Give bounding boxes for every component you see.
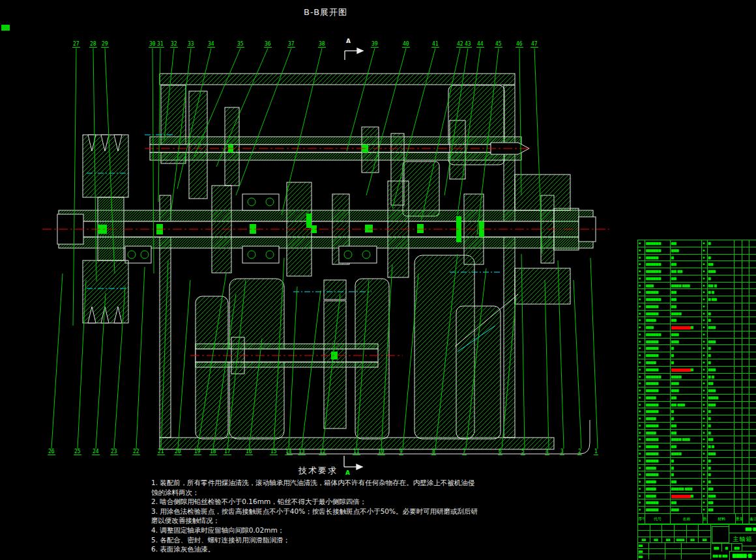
tech-requirement-line: 磨以便改善接触情况； — [151, 516, 485, 525]
bom-row: ▪▆▆▆▆▆▆▪▆ — [638, 352, 756, 359]
bom-header-cell: 代号 — [645, 514, 671, 524]
callout-3: 3 — [560, 449, 564, 455]
bom-row: ▪▆▆▆▆▆▆▆▆▪▆ — [638, 240, 756, 247]
tech-requirement-line: 6. 表面涂灰色油漆。 — [151, 544, 485, 554]
bom-row: ▪▆▆▆▆▆▆▪▆ — [638, 345, 756, 352]
tech-requirement-line: 1. 装配前，所有零件用煤油清洗，滚动轴承用汽油清洗，箱体内不许有任何杂物存在。… — [151, 478, 485, 488]
technical-requirements: 技术要求 1. 装配前，所有零件用煤油清洗，滚动轴承用汽油清洗，箱体内不许有任何… — [151, 465, 485, 554]
stage-mark-cell: ▆▆-▆ — [729, 525, 756, 533]
callout-37: 37 — [287, 41, 295, 48]
bom-row: ▪▆▆▆▆▆▆▆▆▪▆▆ — [638, 380, 756, 387]
bom-row: ▪▆▆▆▆▆▆▪▆ — [638, 458, 756, 465]
bom-header-row: 序号代号名称数量材料重量备注 — [638, 514, 756, 524]
callout-11: 11 — [353, 449, 360, 455]
bom-row: ▪▆▆▆▆▆▆▪▆ — [638, 430, 756, 437]
bom-row: ▪▆▆▆▆▆▆▆▆ ▆▆▪▆▆▆ — [638, 268, 756, 275]
bom-row: ▪▆▆▆▆▆▪▆ — [638, 415, 756, 423]
section-label-a-top: A — [346, 38, 351, 44]
bom-row: ▪▆▆▆▆▆▆▆▆▆▪▆▆▆ — [638, 451, 756, 458]
bom-row: ▪▆▆▆▆▆▆▆▆▪▆▆ — [638, 507, 756, 514]
bom-header-cell — [743, 514, 750, 524]
highlight-red-bar — [671, 495, 691, 498]
callout-32: 32 — [170, 41, 178, 48]
bom-row: ▪▆▆▆▆▆▆▆▪▆ ▆ — [638, 289, 756, 296]
tech-requirement-line: 蚀的涂料两次； — [151, 488, 485, 497]
callout-36: 36 — [264, 41, 272, 48]
callout-30: 30 — [149, 41, 156, 48]
bom-row: ▪▆▆▆▆▆▪▆ — [638, 359, 756, 367]
bom-row: ▪▆▆▆▆▆▆▆▆▪▆ ▆▆ — [638, 296, 756, 303]
callout-10: 10 — [377, 449, 385, 455]
bom-row: ▪▆▆▆▆▆▆▆▆▆ ▆▆▆▪▆▆ — [638, 436, 756, 443]
bom-header-cell: 名称 — [671, 514, 703, 524]
sheet-note-cell: ▆▆ ▆ ▆▆ — [712, 552, 729, 559]
callout-9: 9 — [399, 449, 403, 455]
bom-header-cell: 材料 — [708, 514, 736, 524]
bom-row: ▪▆▆▆▆▆▆▆▆▪▆▆ — [638, 261, 756, 268]
bom-row: ▪▆▆▆▆▆▆▆▪▆ — [638, 423, 756, 430]
callout-31: 31 — [156, 41, 164, 48]
bom-row: ▪▆▆▆▆▆▆▪▆▆▆▆ — [638, 395, 756, 402]
callout-18: 18 — [209, 449, 217, 455]
bom-header-cell: 备注 — [749, 514, 756, 524]
callout-22: 22 — [132, 449, 140, 455]
callout-38: 38 — [318, 41, 326, 48]
section-arrow-top — [345, 48, 363, 60]
signature-grid: ▆▆▆▆▆▆ — [638, 543, 711, 559]
callout-7: 7 — [462, 449, 467, 455]
callout-46: 46 — [516, 41, 523, 48]
callout-35: 35 — [237, 41, 244, 48]
bom-row: ▪▆▆▆▆▆▆▆▪▆▆ — [638, 499, 756, 507]
bom-row: ▪▆▆▆▆▆▆▪▆ — [638, 479, 756, 486]
highlight-red-bar — [671, 369, 691, 372]
callout-40: 40 — [402, 41, 410, 48]
callout-21: 21 — [157, 449, 165, 455]
bom-row: ▪▆▆▆▆▆▆▆▪ — [638, 303, 756, 311]
bom-row: ▪▆▆▆▆▆▆▆▆▆ ▆▆▆▪▆▆ — [638, 486, 756, 493]
tech-requirement-line: 2. 啮合侧隙用铅丝检验不小于0.16mm，铅丝不得大于最小侧隙四倍； — [151, 497, 485, 507]
bom-row: ▪▆▆▆▆▆▆▆▆▆▪▆ — [638, 311, 756, 318]
callout-23: 23 — [110, 449, 118, 455]
bom-row: ▪▆▆▆▆▆▪▆ — [638, 465, 756, 472]
callout-20: 20 — [174, 449, 182, 455]
callout-42: 42 — [456, 41, 464, 48]
bom-row: ▪▆▆▆▆▆▆▆ ▆▆▆▪▆▆ ▆ — [638, 283, 756, 290]
bom-header-cell: 数量 — [703, 514, 708, 524]
callout-43: 43 — [464, 41, 472, 48]
callout-41: 41 — [431, 41, 439, 48]
callout-25: 25 — [74, 449, 81, 455]
callout-8: 8 — [431, 449, 436, 455]
bom-row: ▪▆▆▆▆▆▆▆▆▆▆▪▆ ▆ — [638, 374, 756, 381]
title-block: ▆▆▆▆▆▆▆▆▆▆▆▆▆▆ ▆▆▆▆▆▆ ▆▆-▆ 主轴箱 ▆▆▆▆▆ ▆▆ … — [637, 524, 756, 560]
callout-45: 45 — [495, 41, 502, 48]
bom-row: ▪▆▆▆▆▆▆▪▆ — [638, 408, 756, 415]
callout-47: 47 — [531, 41, 538, 48]
bom-row: ▪▆▆▆▆▪▆▆▆ — [638, 324, 756, 331]
callout-1: 1 — [594, 449, 598, 455]
bom-row: ▪▆▆▆▆▆▆▆▆▆▪ — [638, 331, 756, 339]
tech-requirement-line: 3. 用涂色法检验斑点，按齿高接触斑点不小于40%；按齿长接触斑点不小于50%。… — [151, 507, 485, 516]
tech-requirement-line: 5. 各配合、密封、螺钉连接初用润滑脂润滑； — [151, 535, 485, 545]
callout-28: 28 — [89, 41, 97, 48]
callout-34: 34 — [207, 41, 215, 48]
callout-17: 17 — [224, 449, 231, 455]
callout-6: 6 — [498, 449, 502, 455]
bom-row: ▪▆▆▆▆▆▆▆▆▪▆▆▆ — [638, 387, 756, 395]
revision-grid: ▆▆▆▆▆▆▆▆▆▆▆▆▆▆ — [638, 525, 711, 543]
bom-row: ▪▆▆▆▆▆▪▆▆▆ — [638, 493, 756, 500]
bom-row: ▪▆▆▆▆▆▆▪▆ — [638, 255, 756, 262]
callout-14: 14 — [285, 449, 293, 455]
bom-table: ▪▆▆▆▆▆▆▆▆▪▆▪▆▆▆▆▆▆▆▆▆▪▪▆▆▆▆▆▆▪▆▪▆▆▆▆▆▆▆▆… — [637, 240, 756, 525]
bom-row: ▪▆▆▆▆▆▆▆▆▪▆ — [638, 275, 756, 283]
bom-row: ▪▆▆▆▆▆▆▆▪▆ ▆ — [638, 443, 756, 451]
bom-row: ▪▆▆▆▆▆▆▪▆ — [638, 317, 756, 324]
callout-39: 39 — [371, 41, 379, 48]
callout-15: 15 — [270, 449, 278, 455]
callout-4: 4 — [545, 449, 549, 455]
callout-24: 24 — [92, 449, 100, 455]
callout-12: 12 — [319, 449, 327, 455]
bom-row: ▪▆▆▆▆▆▆▪▆ — [638, 471, 756, 479]
cad-viewport: B-B展开图 — [0, 0, 756, 560]
callout-13: 13 — [298, 449, 306, 455]
callout-33: 33 — [187, 41, 195, 48]
